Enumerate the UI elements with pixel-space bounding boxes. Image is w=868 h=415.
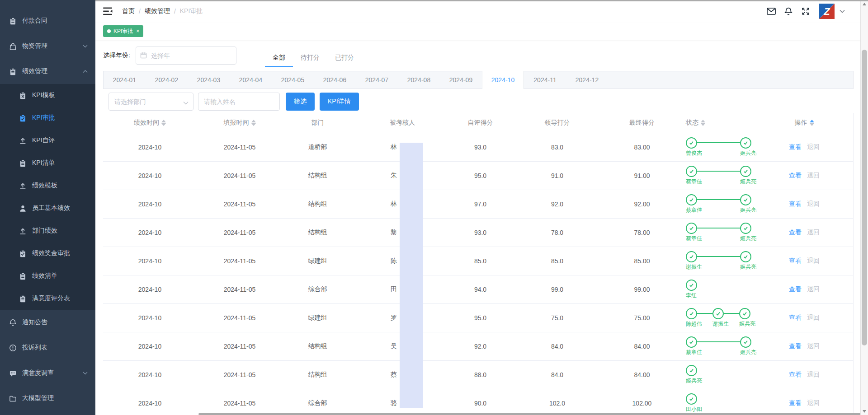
- flow-connector: [697, 256, 740, 257]
- cell-self-score: 93.0: [452, 144, 509, 151]
- sidebar-item-物资管理[interactable]: 物资管理: [0, 33, 95, 59]
- view-link[interactable]: 查看: [789, 200, 802, 207]
- month-tab-2024-04[interactable]: 2024-04: [230, 71, 272, 89]
- sidebar-item-绩效奖金审批[interactable]: 绩效奖金审批: [0, 242, 95, 265]
- column-header-label: 状态: [686, 119, 698, 127]
- bell-icon[interactable]: [783, 5, 794, 17]
- clipboard-check-icon: [19, 114, 27, 122]
- sidebar-collapse-icon[interactable]: [103, 7, 113, 15]
- view-link[interactable]: 查看: [789, 143, 802, 150]
- sidebar-item-投诉列表[interactable]: 投诉列表: [0, 335, 95, 360]
- view-link[interactable]: 查看: [789, 399, 802, 406]
- column-header-操作[interactable]: 操作: [778, 119, 854, 127]
- cell-approval-flow: 蔡章佳姬兵亮: [678, 194, 778, 214]
- top-navbar: 首页/绩效管理/KPI审批: [95, 0, 860, 23]
- sidebar-item-label: 员工基本绩效: [32, 204, 70, 212]
- sidebar-item-员工基本绩效[interactable]: 员工基本绩效: [0, 197, 95, 219]
- check-circle-icon: [740, 251, 751, 262]
- month-tab-2024-06[interactable]: 2024-06: [314, 71, 356, 89]
- department-select[interactable]: [108, 93, 193, 111]
- sidebar-item-绩效管理[interactable]: 绩效管理: [0, 59, 95, 84]
- view-link[interactable]: 查看: [789, 371, 802, 378]
- sidebar-item-KPI模板[interactable]: KPI模板: [0, 84, 95, 107]
- view-link[interactable]: 查看: [789, 314, 802, 321]
- filter-button[interactable]: 筛选: [286, 93, 315, 111]
- month-tab-2024-01[interactable]: 2024-01: [104, 71, 146, 89]
- sidebar-item-绩效模板[interactable]: 绩效模板: [0, 174, 95, 197]
- status-tab-待打分[interactable]: 待打分: [293, 49, 327, 67]
- sidebar-item-KPI清单[interactable]: KPI清单: [0, 152, 95, 174]
- fullscreen-icon[interactable]: [800, 5, 811, 17]
- check-circle-icon: [686, 336, 697, 348]
- view-link[interactable]: 查看: [789, 172, 802, 179]
- month-tab-2024-03[interactable]: 2024-03: [188, 71, 230, 89]
- return-link-disabled: 退回: [807, 285, 820, 293]
- cell-approval-flow: 蔡章佳姬兵亮: [678, 166, 778, 186]
- sort-carets-icon[interactable]: [701, 120, 705, 126]
- sidebar-item-通知公告[interactable]: 通知公告: [0, 310, 95, 335]
- cell-approval-flow: 谢振生姬兵亮: [678, 251, 778, 271]
- sidebar-item-付款合同[interactable]: 付款合同: [0, 8, 95, 33]
- status-tab-全部[interactable]: 全部: [265, 49, 293, 67]
- month-tab-2024-07[interactable]: 2024-07: [356, 71, 398, 89]
- month-tab-2024-08[interactable]: 2024-08: [398, 71, 440, 89]
- check-circle-icon: [686, 166, 697, 177]
- tag-close-icon[interactable]: ×: [136, 28, 139, 34]
- chevron-down-icon: [82, 44, 88, 49]
- breadcrumb-item-绩效管理[interactable]: 绩效管理: [145, 7, 170, 15]
- view-link[interactable]: 查看: [789, 228, 802, 236]
- check-circle-icon: [686, 137, 697, 149]
- flow-node: 蔡章佳: [686, 166, 697, 186]
- window-top-edge: [95, 0, 868, 1]
- kpi-table: 绩效时间填报时间部门被考核人自评得分领导打分最终得分状态操作 2024-1020…: [103, 113, 854, 415]
- month-tab-2024-09[interactable]: 2024-09: [440, 71, 482, 89]
- sidebar-item-label: 绩效清单: [32, 272, 57, 280]
- approver-name: 曾俊杰: [686, 149, 702, 157]
- sidebar: 付款合同物资管理绩效管理KPI模板KPI审批KPI自评KPI清单绩效模板员工基本…: [0, 0, 95, 415]
- column-header-绩效时间[interactable]: 绩效时间: [103, 119, 197, 127]
- breadcrumb-item-首页[interactable]: 首页: [122, 7, 135, 15]
- column-header-填报时间[interactable]: 填报时间: [197, 119, 283, 127]
- check-circle-icon: [740, 223, 751, 234]
- sort-carets-icon[interactable]: [810, 120, 814, 126]
- tag-kpi-approval[interactable]: KPI审批 ×: [103, 25, 143, 37]
- scroll-down-arrow[interactable]: [861, 407, 868, 415]
- month-tab-2024-02[interactable]: 2024-02: [146, 71, 188, 89]
- cell-final-score: 78.00: [606, 229, 678, 236]
- status-tab-已打分[interactable]: 已打分: [327, 49, 362, 67]
- month-tab-2024-12[interactable]: 2024-12: [566, 71, 608, 89]
- horizontal-scrollbar[interactable]: [198, 413, 868, 415]
- mail-icon[interactable]: [765, 5, 777, 17]
- year-picker-input[interactable]: [136, 47, 236, 65]
- return-link-disabled: 退回: [807, 143, 820, 150]
- month-tab-2024-11[interactable]: 2024-11: [524, 71, 566, 89]
- sidebar-item-大模型管理[interactable]: 大模型管理: [0, 386, 95, 411]
- kpi-detail-button[interactable]: KPI详情: [320, 93, 359, 111]
- view-link[interactable]: 查看: [789, 285, 802, 293]
- column-header-状态[interactable]: 状态: [678, 119, 778, 127]
- month-tab-2024-10[interactable]: 2024-10: [482, 71, 524, 89]
- folder-icon: [9, 395, 17, 402]
- sidebar-item-绩效清单[interactable]: 绩效清单: [0, 265, 95, 287]
- user-menu-caret-icon[interactable]: [840, 9, 845, 13]
- sort-carets-icon[interactable]: [251, 120, 256, 126]
- sidebar-item-满意度评分表[interactable]: 满意度评分表: [0, 287, 95, 310]
- view-link[interactable]: 查看: [789, 342, 802, 350]
- sidebar-item-满意度调查[interactable]: 满意度调查: [0, 360, 95, 386]
- cell-actions: 查看退回: [778, 172, 854, 180]
- sidebar-item-KPI自评[interactable]: KPI自评: [0, 129, 95, 152]
- sort-carets-icon[interactable]: [161, 120, 166, 126]
- approver-name: 田小阳: [686, 406, 702, 413]
- view-link[interactable]: 查看: [789, 257, 802, 264]
- approver-name: 谢振生: [712, 320, 729, 328]
- scrollbar-thumb[interactable]: [862, 50, 867, 345]
- year-filter-label: 选择年份:: [103, 51, 130, 60]
- sidebar-item-label: 绩效管理: [22, 67, 47, 75]
- month-tab-2024-05[interactable]: 2024-05: [272, 71, 314, 89]
- sidebar-item-KPI审批[interactable]: KPI审批: [0, 107, 95, 129]
- person-name-input[interactable]: [198, 93, 280, 111]
- company-logo[interactable]: Z: [819, 3, 835, 19]
- cell-self-score: 95.0: [452, 314, 509, 322]
- cell-actions: 查看退回: [778, 371, 854, 379]
- sidebar-item-部门绩效[interactable]: 部门绩效: [0, 219, 95, 242]
